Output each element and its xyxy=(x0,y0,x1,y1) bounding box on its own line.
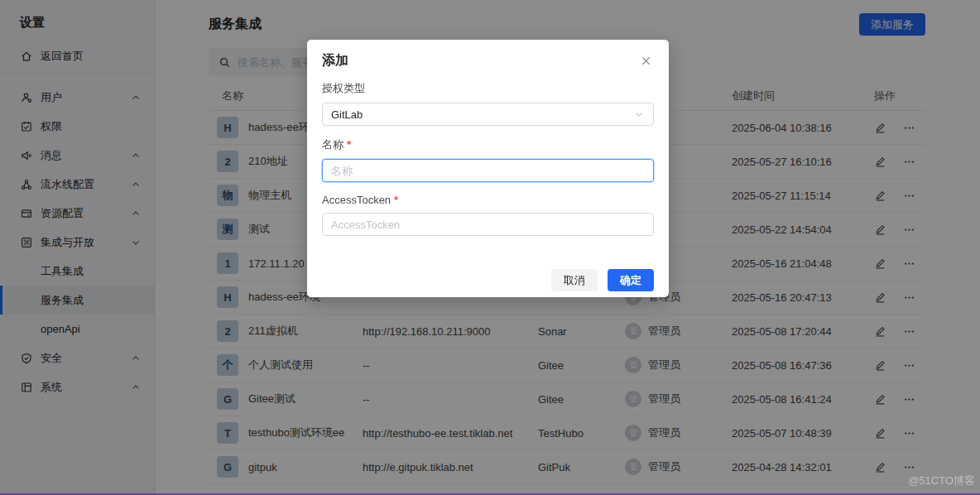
dialog-title: 添加 xyxy=(322,52,348,70)
cancel-button[interactable]: 取消 xyxy=(551,269,598,291)
name-field[interactable] xyxy=(322,159,654,182)
add-dialog: 添加 授权类型 GitLab 名称* AccessTocken* 取消 确定 xyxy=(307,40,669,297)
access-token-label: AccessTocken* xyxy=(322,194,654,206)
watermark: @51CTO博客 xyxy=(908,473,975,488)
auth-type-select[interactable]: GitLab xyxy=(322,103,654,126)
auth-type-value: GitLab xyxy=(331,108,363,121)
required-mark: * xyxy=(394,194,398,206)
name-label: 名称* xyxy=(322,137,654,152)
auth-type-label: 授权类型 xyxy=(322,81,654,96)
chevron-down-icon xyxy=(633,108,645,120)
confirm-button[interactable]: 确定 xyxy=(608,269,654,291)
required-mark: * xyxy=(347,138,351,151)
access-token-field[interactable] xyxy=(322,213,654,236)
close-icon[interactable] xyxy=(638,53,654,69)
